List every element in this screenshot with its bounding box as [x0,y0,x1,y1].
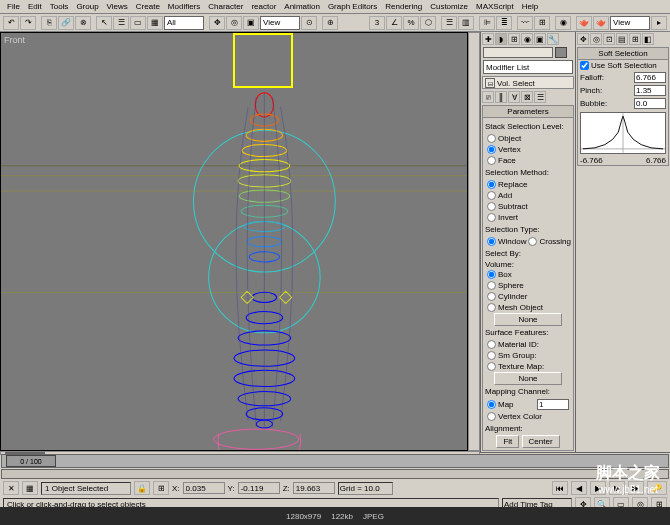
create-tab-icon[interactable]: ✚ [482,33,494,45]
pinch-input[interactable] [634,85,666,96]
play-start-icon[interactable]: ⏮ [552,481,568,495]
tool-a-icon[interactable]: ✥ [577,33,589,45]
select-button[interactable]: ↖ [96,16,112,30]
mc-map-radio[interactable] [487,400,496,409]
utilities-tab-icon[interactable]: 🔧 [547,33,559,45]
viewport-scrollbar-v[interactable] [468,32,480,451]
percent-snap-button[interactable]: % [403,16,419,30]
st-crossing-radio[interactable] [528,237,537,246]
motion-tab-icon[interactable]: ◉ [521,33,533,45]
x-input[interactable] [183,482,225,494]
sel-lock-icon[interactable]: 🔒 [134,481,150,495]
sf-none-button[interactable]: None [494,372,563,385]
remove-mod-button[interactable]: ⊠ [521,91,533,103]
undo-button[interactable]: ↶ [3,16,19,30]
modifier-list-dropdown[interactable]: Modifier List [483,60,573,74]
schematic-button[interactable]: ⊞ [534,16,550,30]
menu-views[interactable]: Views [103,2,132,11]
menu-customize[interactable]: Customize [426,2,472,11]
align-button[interactable]: ⊫ [479,16,495,30]
vol-sphere-radio[interactable] [487,281,496,290]
snap-button[interactable]: 3 [369,16,385,30]
pin-stack-button[interactable]: ⎚ [482,91,494,103]
selection-filter-dropdown[interactable]: All [164,16,204,30]
named-sel-button[interactable]: ☰ [441,16,457,30]
quick-render-button[interactable]: 🫖 [593,16,609,30]
spinner-snap-button[interactable]: ⬡ [420,16,436,30]
mirror-button[interactable]: ▥ [458,16,474,30]
menu-file[interactable]: File [3,2,24,11]
sf-texmap-radio[interactable] [487,362,496,371]
fit-button[interactable]: Fit [496,435,519,448]
menu-maxscript[interactable]: MAXScript [472,2,518,11]
vol-none-button[interactable]: None [494,313,563,326]
object-name-input[interactable] [483,47,553,58]
select-rect-button[interactable]: ▭ [130,16,146,30]
track-bar[interactable] [1,469,669,479]
play-prev-icon[interactable]: ◀ [571,481,587,495]
center-button[interactable]: Center [522,435,560,448]
ssl-face-radio[interactable] [487,156,496,165]
mc-vcolor-radio[interactable] [487,412,496,421]
unique-button[interactable]: ∀ [508,91,520,103]
use-soft-sel-checkbox[interactable] [580,61,589,70]
render-button[interactable]: ▸ [651,16,667,30]
play-icon[interactable]: ▶ [590,481,606,495]
menu-grapheditors[interactable]: Graph Editors [324,2,381,11]
modify-tab-icon[interactable]: ◗ [495,33,507,45]
link-button[interactable]: ⎘ [41,16,57,30]
play-next-icon[interactable]: ▶ [609,481,625,495]
menu-tools[interactable]: Tools [46,2,73,11]
time-slider[interactable]: 0 / 100 [1,454,669,468]
menu-character[interactable]: Character [204,2,247,11]
menu-animation[interactable]: Animation [280,2,324,11]
scale-button[interactable]: ▣ [243,16,259,30]
vol-mesh-radio[interactable] [487,303,496,312]
sf-smgroup-radio[interactable] [487,351,496,360]
menu-edit[interactable]: Edit [24,2,46,11]
soft-selection-rollout-title[interactable]: Soft Selection [578,48,668,60]
lock-icon[interactable]: ✕ [3,481,19,495]
ssl-object-radio[interactable] [487,134,496,143]
curve-editor-button[interactable]: 〰 [517,16,533,30]
manip-button[interactable]: ⊕ [322,16,338,30]
show-result-button[interactable]: ǁ [495,91,507,103]
falloff-input[interactable] [634,72,666,83]
mc-channel-input[interactable] [537,399,569,410]
stack-item-volselect[interactable]: ⊟Vol. Select [483,77,573,89]
sf-matid-radio[interactable] [487,340,496,349]
time-slider-handle[interactable]: 0 / 100 [6,455,56,467]
render-scene-button[interactable]: 🫖 [576,16,592,30]
tool-c-icon[interactable]: ⊡ [603,33,615,45]
bind-button[interactable]: ⊗ [75,16,91,30]
bubble-input[interactable] [634,98,666,109]
vol-box-radio[interactable] [487,270,496,279]
hierarchy-tab-icon[interactable]: ⊞ [508,33,520,45]
menu-modifiers[interactable]: Modifiers [164,2,204,11]
st-window-radio[interactable] [487,237,496,246]
material-button[interactable]: ◉ [555,16,571,30]
y-input[interactable] [238,482,280,494]
menu-rendering[interactable]: Rendering [381,2,426,11]
key-icon[interactable]: 🔑 [647,481,667,495]
refcoord-dropdown[interactable]: View [260,16,300,30]
tool-b-icon[interactable]: ◎ [590,33,602,45]
menu-group[interactable]: Group [72,2,102,11]
menu-reactor[interactable]: reactor [247,2,280,11]
move-button[interactable]: ✥ [209,16,225,30]
tool-d-icon[interactable]: ▤ [616,33,628,45]
sm-add-radio[interactable] [487,191,496,200]
sm-replace-radio[interactable] [487,180,496,189]
expand-icon[interactable]: ⊟ [485,78,495,88]
rotate-button[interactable]: ◎ [226,16,242,30]
unlink-button[interactable]: 🔗 [58,16,74,30]
angle-snap-button[interactable]: ∠ [386,16,402,30]
sm-subtract-radio[interactable] [487,202,496,211]
render-view-dropdown[interactable]: View [610,16,650,30]
vol-cylinder-radio[interactable] [487,292,496,301]
select-name-button[interactable]: ☰ [113,16,129,30]
pivot-button[interactable]: ⊙ [301,16,317,30]
ssl-vertex-radio[interactable] [487,145,496,154]
tool-f-icon[interactable]: ◧ [642,33,654,45]
play-end-icon[interactable]: ⏭ [628,481,644,495]
